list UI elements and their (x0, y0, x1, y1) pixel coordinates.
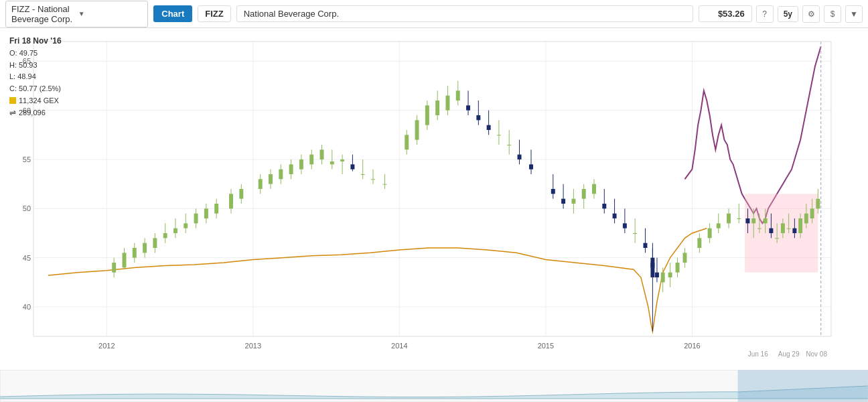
ticker-select-label: FIZZ - National Beverage Corp. (11, 4, 76, 24)
price-display: $53.26 (699, 5, 752, 22)
settings-button[interactable]: ⚙ (802, 5, 820, 23)
chart-button[interactable]: Chart (153, 5, 192, 22)
ticker-select[interactable]: FIZZ - National Beverage Corp. ▼ (5, 1, 148, 27)
chevron-down-icon: ▼ (78, 10, 143, 17)
mini-chart-area (0, 370, 868, 402)
period-button[interactable]: 5y (778, 6, 798, 22)
company-display: National Beverage Corp. (236, 5, 693, 22)
main-chart-area: Fri 18 Nov '16 O: 49.75 H: 50.93 L: 48.9… (0, 28, 868, 370)
chevron-down-icon: ▼ (850, 9, 858, 19)
dropdown-button[interactable]: ▼ (845, 5, 863, 23)
settings-icon: ⚙ (808, 9, 815, 19)
help-button[interactable]: ? (756, 5, 774, 23)
top-bar: FIZZ - National Beverage Corp. ▼ Chart F… (0, 0, 868, 28)
dollar-icon: $ (830, 9, 835, 19)
dollar-button[interactable]: $ (824, 5, 841, 23)
question-icon: ? (762, 9, 767, 19)
ticker-display: FIZZ (198, 5, 230, 22)
